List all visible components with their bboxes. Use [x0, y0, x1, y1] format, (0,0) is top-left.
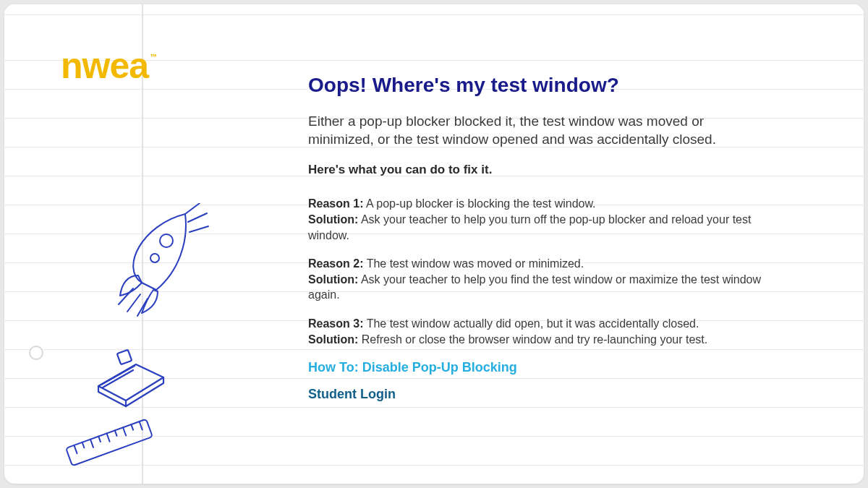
svg-line-5: [82, 442, 85, 448]
reason-2: Reason 2: The test window was moved or m…: [308, 256, 771, 303]
brand-logo: nwea™: [61, 48, 155, 84]
svg-rect-3: [66, 419, 153, 466]
solution-1-text: Ask your teacher to help you turn off th…: [308, 213, 751, 241]
rocket-doodle-icon: [98, 203, 214, 319]
svg-rect-2: [117, 350, 132, 365]
reason-1-label: Reason 1:: [308, 197, 363, 210]
intro-text: Either a pop-up blocker blocked it, the …: [308, 113, 771, 148]
book-doodle-icon: [91, 344, 171, 409]
solution-2-text: Ask your teacher to help you find the te…: [308, 273, 761, 301]
binder-hole: [29, 346, 43, 360]
doodle-column: [62, 203, 207, 478]
svg-line-7: [98, 437, 101, 442]
reason-2-text: The test window was moved or minimized.: [363, 257, 584, 270]
svg-line-12: [140, 421, 142, 429]
svg-line-10: [123, 427, 126, 435]
fix-heading: Here's what you can do to fix it.: [308, 163, 771, 177]
trademark-symbol: ™: [150, 53, 156, 61]
student-login-link[interactable]: Student Login: [308, 387, 771, 402]
solution-3-text: Refresh or close the browser window and …: [358, 333, 707, 346]
svg-line-11: [131, 424, 133, 430]
svg-point-0: [160, 234, 173, 247]
reason-3-text: The test window actually did open, but i…: [363, 317, 699, 330]
reason-1: Reason 1: A pop-up blocker is blocking t…: [308, 196, 771, 243]
reason-3: Reason 3: The test window actually did o…: [308, 316, 771, 347]
howto-disable-popup-link[interactable]: How To: Disable Pop-Up Blocking: [308, 360, 771, 375]
brand-name: nwea: [61, 46, 148, 86]
solution-2-label: Solution:: [308, 273, 358, 286]
ruler-doodle-icon: [62, 413, 156, 471]
svg-line-6: [90, 440, 93, 448]
reason-3-label: Reason 3:: [308, 317, 363, 330]
svg-line-9: [115, 430, 117, 436]
page-title: Oops! Where's my test window?: [308, 74, 771, 97]
svg-line-4: [74, 445, 77, 453]
reason-1-text: A pop-up blocker is blocking the test wi…: [363, 197, 595, 210]
reason-2-label: Reason 2:: [308, 257, 363, 270]
notebook-page: nwea™: [4, 4, 864, 484]
main-content: Oops! Where's my test window? Either a p…: [308, 74, 771, 402]
links-block: How To: Disable Pop-Up Blocking Student …: [308, 360, 771, 402]
svg-line-8: [106, 433, 109, 441]
solution-3-label: Solution:: [308, 333, 358, 346]
solution-1-label: Solution:: [308, 213, 358, 226]
svg-point-1: [150, 254, 159, 262]
